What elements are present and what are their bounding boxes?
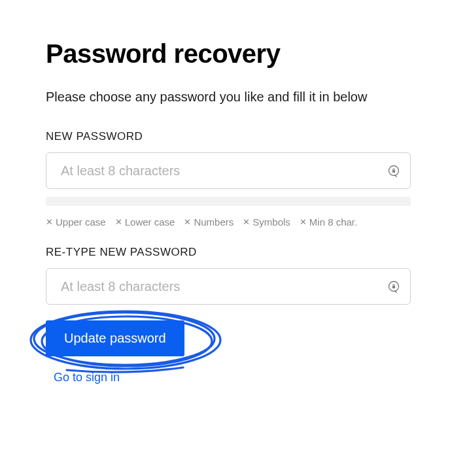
lock-icon — [387, 280, 400, 293]
password-rules: ✕ Upper case ✕ Lower case ✕ Numbers ✕ Sy… — [46, 216, 411, 228]
rule-lowercase: ✕ Lower case — [115, 216, 175, 228]
new-password-input[interactable] — [46, 152, 411, 189]
rule-numbers-label: Numbers — [194, 216, 234, 228]
rule-symbols-label: Symbols — [252, 216, 290, 228]
svg-rect-1 — [392, 170, 395, 173]
rule-minlength-label: Min 8 char. — [309, 216, 357, 228]
rule-lowercase-label: Lower case — [125, 216, 175, 228]
page-title: Password recovery — [46, 39, 411, 69]
x-icon: ✕ — [46, 218, 53, 226]
retype-password-group: RE-TYPE NEW PASSWORD — [46, 246, 411, 305]
rule-symbols: ✕ Symbols — [243, 216, 290, 228]
rule-uppercase-label: Upper case — [56, 216, 106, 228]
password-strength-bar — [46, 197, 411, 206]
update-button-area: Update password — [46, 320, 184, 356]
retype-password-input[interactable] — [46, 268, 411, 305]
rule-uppercase: ✕ Upper case — [46, 216, 106, 228]
lock-icon — [387, 164, 400, 177]
update-password-button[interactable]: Update password — [46, 320, 184, 356]
retype-password-label: RE-TYPE NEW PASSWORD — [46, 246, 411, 259]
new-password-label: NEW PASSWORD — [46, 130, 411, 143]
x-icon: ✕ — [300, 218, 307, 226]
svg-rect-3 — [392, 286, 395, 288]
go-to-signin-link[interactable]: Go to sign in — [54, 371, 120, 384]
rule-numbers: ✕ Numbers — [184, 216, 234, 228]
x-icon: ✕ — [243, 218, 250, 226]
new-password-group: NEW PASSWORD — [46, 130, 411, 206]
retype-password-input-wrap — [46, 268, 411, 305]
x-icon: ✕ — [184, 218, 191, 226]
rule-minlength: ✕ Min 8 char. — [300, 216, 357, 228]
x-icon: ✕ — [115, 218, 122, 226]
new-password-input-wrap — [46, 152, 411, 189]
instruction-text: Please choose any password you like and … — [46, 87, 411, 107]
